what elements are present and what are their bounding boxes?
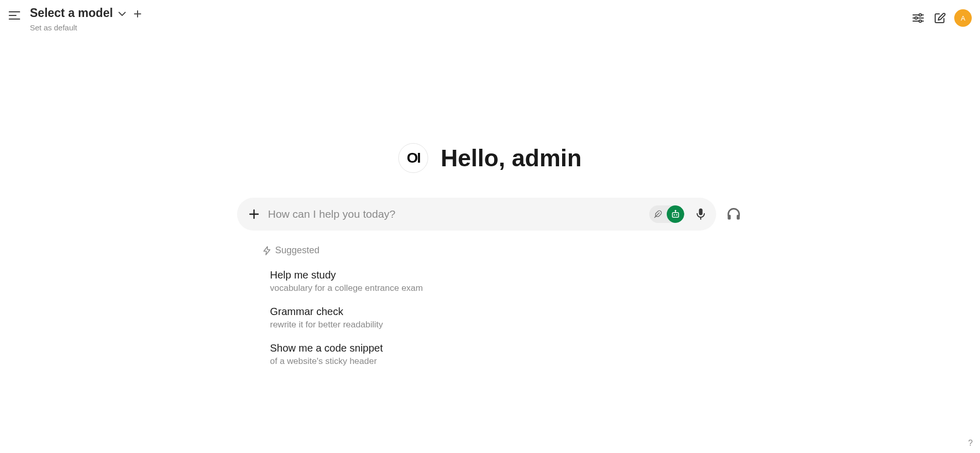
suggestion-item[interactable]: Help me study vocabulary for a college e… <box>263 266 730 303</box>
main-content: OI Hello, admin <box>232 143 748 376</box>
bot-icon <box>671 210 680 219</box>
header-right: A <box>911 9 972 27</box>
suggested-block: Suggested Help me study vocabulary for a… <box>250 245 730 376</box>
hamburger-icon <box>9 11 20 20</box>
microphone-icon <box>696 208 706 220</box>
svg-point-8 <box>915 17 918 20</box>
avatar[interactable]: A <box>954 9 972 27</box>
chat-input[interactable] <box>268 208 641 220</box>
headphones-icon <box>726 207 741 221</box>
greeting-row: OI Hello, admin <box>398 143 581 173</box>
suggestion-title: Show me a code snippet <box>270 342 730 354</box>
model-select[interactable]: Select a model <box>30 6 142 20</box>
suggestion-item[interactable]: Grammar check rewrite it for better read… <box>263 303 730 339</box>
suggested-header-label: Suggested <box>275 245 319 256</box>
app-logo-text: OI <box>407 150 420 166</box>
controls-button[interactable] <box>911 11 925 25</box>
menu-button[interactable] <box>7 8 22 23</box>
svg-rect-22 <box>737 215 740 219</box>
help-button[interactable]: ? <box>968 439 973 448</box>
edit-button[interactable] <box>933 11 947 25</box>
mode-toggle[interactable] <box>649 205 684 223</box>
chevron-down-icon <box>118 11 126 16</box>
suggestion-subtitle: rewrite it for better readability <box>270 320 730 330</box>
model-select-wrap: Select a model Set as default <box>30 6 142 32</box>
svg-marker-23 <box>264 247 270 255</box>
model-select-label: Select a model <box>30 6 113 20</box>
new-chat-plus-icon[interactable] <box>133 10 142 18</box>
mode-toggle-bot[interactable] <box>667 205 684 223</box>
header-left: Select a model Set as default <box>7 6 142 32</box>
lightning-icon <box>263 246 271 255</box>
svg-point-15 <box>674 214 675 215</box>
suggestion-subtitle: vocabulary for a college entrance exam <box>270 283 730 293</box>
svg-rect-19 <box>699 208 703 215</box>
app-logo: OI <box>398 143 428 173</box>
voice-call-button[interactable] <box>724 205 743 223</box>
input-row <box>232 198 748 231</box>
svg-rect-21 <box>728 215 731 219</box>
help-label: ? <box>968 439 973 447</box>
chat-input-bar <box>237 198 716 231</box>
svg-point-18 <box>675 211 676 212</box>
svg-point-6 <box>919 14 922 16</box>
sliders-icon <box>913 13 924 23</box>
feather-icon <box>654 210 662 218</box>
suggestion-subtitle: of a website's sticky header <box>270 356 730 367</box>
svg-rect-14 <box>672 213 679 217</box>
edit-square-icon <box>934 12 945 24</box>
avatar-initial: A <box>961 14 966 22</box>
mode-toggle-pen[interactable] <box>649 205 667 223</box>
suggested-header: Suggested <box>263 245 730 256</box>
header: Select a model Set as default <box>0 0 980 32</box>
microphone-button[interactable] <box>692 206 709 222</box>
set-default-button[interactable]: Set as default <box>30 23 142 32</box>
attach-button[interactable] <box>248 208 260 220</box>
svg-point-10 <box>919 20 922 23</box>
suggestion-item[interactable]: Show me a code snippet of a website's st… <box>263 339 730 376</box>
suggestion-title: Help me study <box>270 269 730 281</box>
greeting-text: Hello, admin <box>441 144 581 172</box>
plus-icon <box>248 208 260 220</box>
suggestion-title: Grammar check <box>270 306 730 318</box>
svg-point-16 <box>676 214 677 215</box>
